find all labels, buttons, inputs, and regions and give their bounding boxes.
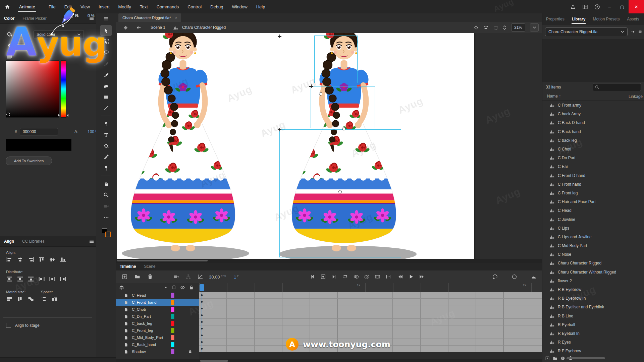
frames-area[interactable]: 1s 2s [199, 283, 542, 362]
R Eyes[interactable]: R Eyes [542, 338, 644, 347]
C Jowline[interactable]: C Jowline [542, 215, 644, 224]
asset-warp-tool[interactable] [100, 163, 112, 173]
rectangle-tool[interactable] [100, 92, 112, 102]
toolbar-menu-icon[interactable] [103, 16, 109, 21]
transform-anchor[interactable] [319, 92, 322, 96]
match-size-button[interactable] [16, 296, 24, 302]
C Front leg[interactable]: C Front leg [542, 189, 644, 197]
align-to-stage-checkbox[interactable] [6, 323, 11, 328]
back-arrow-icon[interactable] [136, 25, 141, 30]
C_Back_hand[interactable] [199, 339, 542, 346]
hue-slider[interactable] [61, 60, 66, 118]
center-playhead-icon[interactable] [512, 274, 517, 280]
zoom-dropdown-button[interactable] [530, 23, 539, 32]
C Front army[interactable]: C Front army [542, 101, 644, 110]
align-to-stage[interactable]: Align to stage [6, 323, 40, 328]
fill-swatch[interactable] [105, 232, 111, 237]
parenting-view-icon[interactable] [185, 274, 191, 280]
edit-symbols-icon[interactable] [123, 25, 128, 30]
C_Front_leg[interactable] [199, 325, 542, 332]
camera-icon[interactable] [173, 274, 179, 280]
clip-content-icon[interactable] [493, 25, 498, 30]
fill-color-icon[interactable] [6, 31, 13, 38]
layer-color-swatch[interactable] [171, 307, 174, 312]
C Head[interactable]: C Head [542, 206, 644, 215]
next-frame-icon[interactable] [331, 274, 337, 280]
R Eyeball In[interactable]: R Eyeball In [542, 329, 644, 338]
align-button[interactable] [38, 256, 46, 263]
share-button[interactable] [567, 0, 579, 13]
reset-timeline-icon[interactable] [492, 274, 498, 280]
align-panel-tab[interactable]: CC Libraries [18, 239, 49, 244]
menu-item[interactable]: Window [227, 0, 252, 13]
C Front D hand[interactable]: C Front D hand [542, 171, 644, 180]
C Lips and Jowline[interactable]: C Lips and Jowline [542, 233, 644, 241]
previous-frame-icon[interactable] [310, 274, 315, 280]
delete-layer-icon[interactable] [147, 274, 153, 280]
C Mid Body Part[interactable]: C Mid Body Part [542, 241, 644, 250]
distribute-button[interactable] [16, 276, 24, 282]
transform-anchor[interactable] [338, 190, 342, 193]
fill-color-swatch[interactable] [17, 31, 26, 38]
menu-item[interactable]: Edit [60, 0, 76, 13]
transform-box-arm[interactable] [311, 85, 336, 128]
C_Front_leg[interactable]: C_Front_leg [116, 327, 199, 334]
column-name[interactable]: Name ↑ [547, 94, 561, 99]
color-panel-tab[interactable]: Frame Picker [18, 16, 50, 21]
add-layer-icon[interactable] [122, 274, 127, 280]
timeline-tab[interactable]: Timeline [116, 264, 140, 269]
multi-frame-edit-icon[interactable] [375, 274, 380, 280]
add-to-swatches-button[interactable]: Add To Swatches [6, 157, 52, 165]
timeline-tab[interactable]: Scene [140, 264, 159, 269]
picker-cursor[interactable] [6, 113, 10, 116]
C Choti[interactable]: C Choti [542, 145, 644, 154]
scrollbar-thumb[interactable] [200, 360, 228, 362]
lasso-tool[interactable] [100, 47, 112, 58]
Charu Character Without Rigged[interactable]: Charu Character Without Rigged [542, 268, 644, 277]
menu-item[interactable]: Help [252, 0, 270, 13]
step-forward-icon[interactable] [419, 274, 425, 280]
color-field-radio[interactable] [69, 14, 73, 18]
new-library-panel-icon[interactable] [638, 29, 642, 34]
layer-color-swatch[interactable] [171, 321, 174, 326]
marker-range-icon[interactable] [385, 274, 391, 280]
fluid-brush-tool[interactable] [100, 58, 112, 69]
R B Eyebrow[interactable]: R B Eyebrow [542, 285, 644, 294]
onion-skin-icon[interactable] [353, 274, 359, 280]
test-movie-button[interactable] [591, 0, 603, 13]
layer-color-swatch[interactable] [171, 335, 174, 340]
R B Line[interactable]: R B Line [542, 312, 644, 320]
pen-tool[interactable] [100, 118, 112, 129]
eraser-tool[interactable] [100, 80, 112, 91]
zoom-tool[interactable] [100, 189, 112, 200]
visibility-column-icon[interactable] [180, 285, 185, 290]
menu-item[interactable]: View [76, 0, 94, 13]
space-button[interactable] [40, 296, 48, 302]
stroke-color-icon[interactable] [6, 43, 13, 50]
right-panel-tab[interactable]: Motion Presets [589, 13, 623, 25]
C Back hand[interactable]: C Back hand [542, 127, 644, 136]
layer-color-swatch[interactable] [171, 293, 174, 298]
C_Dn_Part[interactable]: C_Dn_Part [116, 313, 199, 320]
layer-color-swatch[interactable] [171, 300, 174, 305]
hand-tool[interactable] [100, 178, 112, 189]
playhead[interactable] [200, 284, 204, 291]
step-back-icon[interactable] [397, 274, 403, 280]
breadcrumb-symbol[interactable]: Charu Character Rigged [182, 25, 226, 30]
menu-item[interactable]: Insert [94, 0, 114, 13]
Shadow[interactable] [199, 346, 542, 352]
column-linkage[interactable]: Linkage [625, 93, 643, 101]
C_back_leg[interactable] [199, 319, 542, 325]
close-tab-icon[interactable]: × [175, 15, 177, 20]
C Front hand[interactable]: C Front hand [542, 180, 644, 189]
camera-tool[interactable] [100, 201, 112, 212]
timeline-ruler[interactable]: 1s 2s [199, 283, 542, 292]
R B Eyeliser and Eyeblink[interactable]: R B Eyeliser and Eyeblink [542, 303, 644, 311]
more-tools[interactable] [100, 212, 112, 223]
outline-column-icon[interactable] [171, 285, 176, 290]
saturation-brightness-picker[interactable] [6, 60, 59, 118]
Charu Character Rigged[interactable]: Charu Character Rigged [542, 259, 644, 267]
menu-item[interactable]: Text [136, 0, 152, 13]
color-panel-tab[interactable]: Color [0, 16, 18, 21]
lock-icon[interactable] [188, 350, 192, 354]
